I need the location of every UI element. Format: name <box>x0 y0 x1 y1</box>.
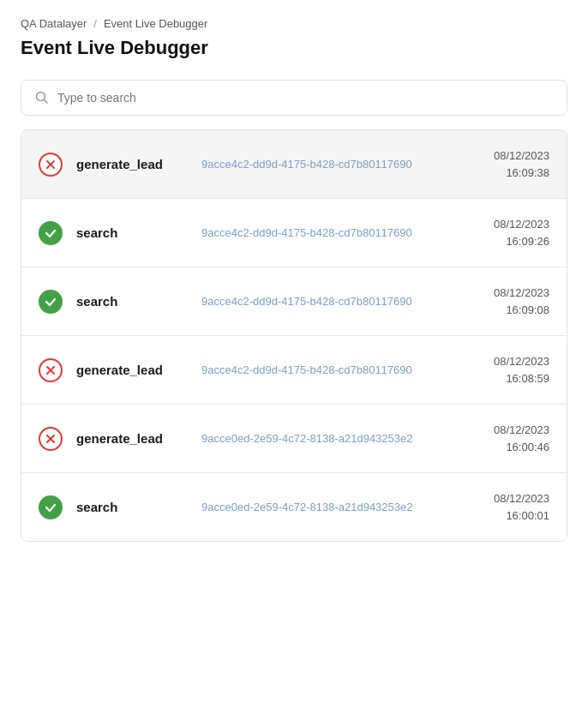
event-timestamp: 08/12/202316:00:01 <box>464 490 549 524</box>
svg-line-1 <box>45 100 48 104</box>
event-session-id: 9acce4c2-dd9d-4175-b428-cd7b80117690 <box>201 225 450 242</box>
breadcrumb-parent[interactable]: QA Datalayer <box>21 17 87 30</box>
event-row[interactable]: generate_lead 9acce4c2-dd9d-4175-b428-cd… <box>21 130 567 199</box>
page-header: QA Datalayer / Event Live Debugger Event… <box>0 0 588 73</box>
success-icon <box>39 290 63 314</box>
event-row[interactable]: search 9acce0ed-2e59-4c72-8138-a21d94325… <box>21 473 567 541</box>
search-container <box>21 80 567 116</box>
event-row[interactable]: generate_lead 9acce0ed-2e59-4c72-8138-a2… <box>21 405 567 473</box>
event-session-id: 9acce4c2-dd9d-4175-b428-cd7b80117690 <box>201 156 450 173</box>
event-name: generate_lead <box>76 431 188 446</box>
error-icon <box>39 427 63 451</box>
event-timestamp: 08/12/202316:09:26 <box>464 216 549 249</box>
error-icon <box>39 153 63 177</box>
event-row[interactable]: search 9acce4c2-dd9d-4175-b428-cd7b80117… <box>21 199 567 267</box>
main-content: generate_lead 9acce4c2-dd9d-4175-b428-cd… <box>0 73 588 562</box>
success-icon <box>39 495 63 519</box>
success-icon <box>39 221 63 245</box>
event-session-id: 9acce4c2-dd9d-4175-b428-cd7b80117690 <box>201 362 450 379</box>
event-name: search <box>76 294 188 309</box>
events-list: generate_lead 9acce4c2-dd9d-4175-b428-cd… <box>21 129 567 542</box>
event-row[interactable]: search 9acce4c2-dd9d-4175-b428-cd7b80117… <box>21 267 567 336</box>
page-title: Event Live Debugger <box>21 37 567 59</box>
event-name: generate_lead <box>76 157 188 171</box>
search-input[interactable] <box>57 91 553 105</box>
error-icon <box>39 358 63 382</box>
event-timestamp: 08/12/202316:09:38 <box>464 147 549 181</box>
event-name: generate_lead <box>76 363 188 377</box>
event-session-id: 9acce0ed-2e59-4c72-8138-a21d943253e2 <box>201 499 450 516</box>
event-row[interactable]: generate_lead 9acce4c2-dd9d-4175-b428-cd… <box>21 336 567 405</box>
event-name: search <box>76 500 188 514</box>
event-session-id: 9acce0ed-2e59-4c72-8138-a21d943253e2 <box>201 430 450 447</box>
search-icon <box>35 91 49 105</box>
event-timestamp: 08/12/202316:08:59 <box>464 353 549 387</box>
breadcrumb-current: Event Live Debugger <box>104 17 207 30</box>
breadcrumb: QA Datalayer / Event Live Debugger <box>21 17 567 30</box>
event-timestamp: 08/12/202316:09:08 <box>464 285 549 318</box>
event-name: search <box>76 225 188 240</box>
event-timestamp: 08/12/202316:00:46 <box>464 422 549 455</box>
event-session-id: 9acce4c2-dd9d-4175-b428-cd7b80117690 <box>201 293 450 310</box>
breadcrumb-separator: / <box>93 17 97 30</box>
